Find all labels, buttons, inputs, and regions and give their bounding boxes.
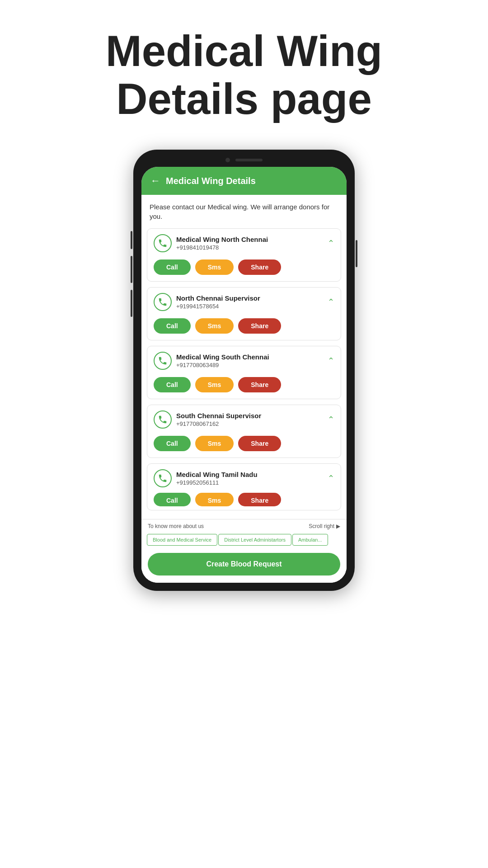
contact-avatar-5 [154, 469, 172, 487]
contact-info-2: North Chennai Supervisor +919941578654 [154, 293, 260, 311]
phone-screen: ← Medical Wing Details Please contact ou… [141, 167, 347, 583]
call-button-4[interactable]: Call [154, 436, 191, 451]
subtitle-text: Please contact our Medical wing. We will… [141, 195, 347, 226]
contact-text-1: Medical Wing North Chennai +919841019478 [176, 236, 268, 251]
tabs-row: Blood and Medical Service District Level… [141, 532, 347, 549]
contact-info-4: South Chennai Supervisor +917708067162 [154, 410, 261, 429]
contact-avatar-4 [154, 410, 172, 429]
contact-card-4: South Chennai Supervisor +917708067162 ⌃… [147, 405, 341, 458]
contact-phone-1: +919841019478 [176, 244, 268, 251]
chevron-up-icon-5[interactable]: ⌃ [328, 473, 334, 483]
camera-icon [225, 158, 230, 162]
chevron-up-icon-2[interactable]: ⌃ [328, 297, 334, 307]
scroll-right-label: Scroll right ▶ [309, 523, 340, 529]
contact-info-3: Medical Wing South Chennai +917708063489 [154, 352, 269, 370]
contact-name-3: Medical Wing South Chennai [176, 353, 269, 361]
speaker-icon [235, 159, 263, 161]
sms-button-5[interactable]: Sms [195, 493, 234, 506]
contact-phone-4: +917708067162 [176, 420, 261, 427]
phone-notch [141, 158, 347, 167]
header-title: Medical Wing Details [166, 176, 256, 186]
back-button[interactable]: ← [150, 175, 160, 187]
share-button-2[interactable]: Share [238, 318, 281, 334]
share-button-3[interactable]: Share [238, 377, 281, 392]
contact-text-2: North Chennai Supervisor +919941578654 [176, 294, 260, 310]
contact-card-5: Medical Wing Tamil Nadu +919952056111 ⌃ … [147, 463, 341, 510]
volume-down-button [131, 256, 132, 283]
create-blood-request-button[interactable]: Create Blood Request [148, 553, 340, 576]
contact-phone-5: +919952056111 [176, 479, 258, 486]
tab-ambulance[interactable]: Ambulan... [292, 534, 328, 546]
contact-avatar-1 [154, 234, 172, 252]
share-button-1[interactable]: Share [238, 259, 281, 275]
contact-text-5: Medical Wing Tamil Nadu +919952056111 [176, 471, 258, 486]
contact-info-5: Medical Wing Tamil Nadu +919952056111 [154, 469, 258, 487]
contact-header-2: North Chennai Supervisor +919941578654 ⌃ [147, 288, 341, 316]
chevron-up-icon-1[interactable]: ⌃ [328, 238, 334, 248]
chevron-up-icon-4[interactable]: ⌃ [328, 415, 334, 425]
contact-avatar-3 [154, 352, 172, 370]
call-button-2[interactable]: Call [154, 318, 191, 334]
contact-info-1: Medical Wing North Chennai +919841019478 [154, 234, 268, 252]
app-content: Please contact our Medical wing. We will… [141, 195, 347, 583]
contact-name-4: South Chennai Supervisor [176, 412, 261, 420]
contact-actions-2: Call Sms Share [147, 316, 341, 340]
contact-actions-4: Call Sms Share [147, 433, 341, 458]
know-more-label: To know more about us [148, 523, 204, 529]
call-button-3[interactable]: Call [154, 377, 191, 392]
call-button-5[interactable]: Call [154, 493, 191, 506]
contact-header-5: Medical Wing Tamil Nadu +919952056111 ⌃ [147, 464, 341, 491]
contact-actions-1: Call Sms Share [147, 257, 341, 281]
phone-mockup: ← Medical Wing Details Please contact ou… [133, 150, 355, 591]
sms-button-3[interactable]: Sms [195, 377, 234, 392]
sms-button-4[interactable]: Sms [195, 436, 234, 451]
contact-card-1: Medical Wing North Chennai +919841019478… [147, 228, 341, 282]
sms-button-2[interactable]: Sms [195, 318, 234, 334]
contact-name-2: North Chennai Supervisor [176, 294, 260, 302]
contact-actions-5-partial: Call Sms Share [147, 491, 341, 510]
contact-name-5: Medical Wing Tamil Nadu [176, 471, 258, 478]
volume-up-button [131, 231, 132, 249]
contact-text-3: Medical Wing South Chennai +917708063489 [176, 353, 269, 368]
sms-button-1[interactable]: Sms [195, 259, 234, 275]
contact-header-3: Medical Wing South Chennai +917708063489… [147, 346, 341, 374]
call-button-1[interactable]: Call [154, 259, 191, 275]
share-button-5[interactable]: Share [238, 493, 281, 506]
tab-district-admin[interactable]: District Level Administartors [218, 534, 291, 546]
contact-phone-3: +917708063489 [176, 362, 269, 368]
power-button [356, 240, 357, 267]
contact-name-1: Medical Wing North Chennai [176, 236, 268, 243]
contact-header-1: Medical Wing North Chennai +919841019478… [147, 229, 341, 257]
silent-button [131, 290, 132, 317]
app-header: ← Medical Wing Details [141, 167, 347, 195]
contact-avatar-2 [154, 293, 172, 311]
contact-actions-3: Call Sms Share [147, 374, 341, 399]
contact-card-3: Medical Wing South Chennai +917708063489… [147, 346, 341, 399]
bottom-area: To know more about us Scroll right ▶ Blo… [141, 519, 347, 583]
know-more-row: To know more about us Scroll right ▶ [141, 519, 347, 532]
create-btn-row: Create Blood Request [141, 549, 347, 583]
contact-header-4: South Chennai Supervisor +917708067162 ⌃ [147, 405, 341, 433]
chevron-up-icon-3[interactable]: ⌃ [328, 356, 334, 366]
contact-card-2: North Chennai Supervisor +919941578654 ⌃… [147, 287, 341, 340]
contact-phone-2: +919941578654 [176, 303, 260, 310]
page-title: Medical WingDetails page [79, 27, 410, 123]
chevron-right-icon: ▶ [336, 523, 340, 529]
share-button-4[interactable]: Share [238, 436, 281, 451]
tab-blood-medical[interactable]: Blood and Medical Service [147, 534, 217, 546]
contact-text-4: South Chennai Supervisor +917708067162 [176, 412, 261, 427]
